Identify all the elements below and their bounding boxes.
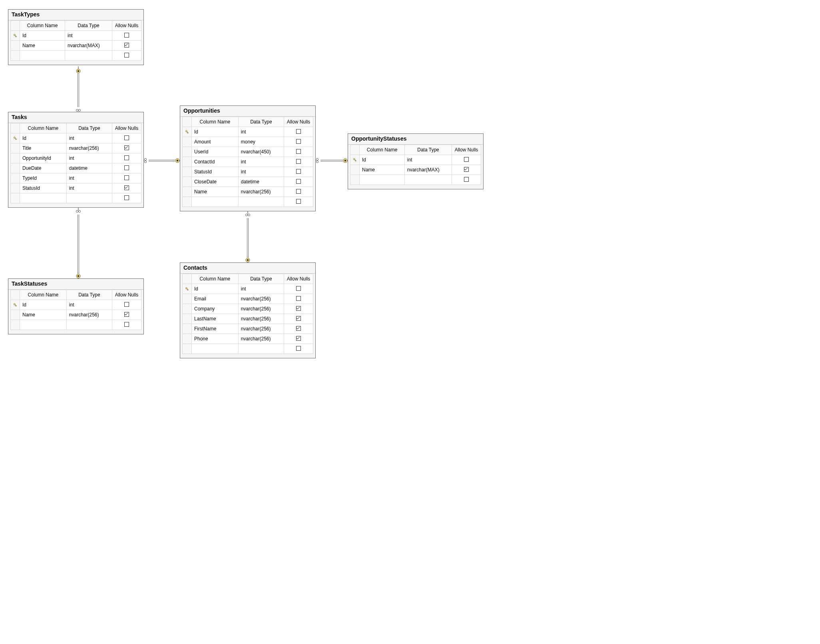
column-row[interactable]: StatusIdint [183,167,313,177]
allow-nulls-cell[interactable] [284,177,313,187]
column-row[interactable]: Idint [11,300,141,310]
allow-nulls-checkbox[interactable] [296,199,301,204]
column-row[interactable]: FirstNamenvarchar(256) [183,324,313,334]
allow-nulls-checkbox[interactable] [124,302,129,307]
allow-nulls-cell[interactable] [284,157,313,167]
allow-nulls-checkbox[interactable] [296,149,301,154]
column-row[interactable]: Namenvarchar(MAX) [350,165,481,175]
column-row[interactable]: UserIdnvarchar(450) [183,147,313,157]
allow-nulls-checkbox[interactable] [124,175,129,180]
column-row[interactable]: Amountmoney [183,137,313,147]
allow-nulls-cell[interactable] [112,300,141,310]
column-row[interactable]: Namenvarchar(MAX) [11,41,141,51]
column-row[interactable]: TypeIdint [11,173,141,183]
column-row[interactable]: StatusIdint [11,183,141,193]
column-row[interactable] [11,51,141,61]
column-row[interactable]: Phonenvarchar(256) [183,334,313,344]
column-row[interactable]: Emailnvarchar(256) [183,294,313,304]
allow-nulls-checkbox[interactable] [124,195,129,200]
column-row[interactable]: Companynvarchar(256) [183,304,313,314]
allow-nulls-checkbox[interactable] [296,316,301,321]
allow-nulls-cell[interactable] [112,153,141,163]
column-row[interactable]: DueDatedatetime [11,163,141,173]
column-row[interactable] [11,320,141,330]
column-row[interactable] [11,193,141,203]
allow-nulls-checkbox[interactable] [124,145,129,150]
table-Contacts[interactable]: ContactsColumn NameData TypeAllow NullsI… [180,262,316,358]
allow-nulls-cell[interactable] [284,187,313,197]
allow-nulls-checkbox[interactable] [124,43,129,48]
allow-nulls-checkbox[interactable] [124,312,129,317]
column-row[interactable]: LastNamenvarchar(256) [183,314,313,324]
allow-nulls-checkbox[interactable] [124,165,129,170]
allow-nulls-cell[interactable] [284,197,313,207]
column-row[interactable] [183,344,313,354]
allow-nulls-checkbox[interactable] [296,296,301,301]
allow-nulls-cell[interactable] [284,127,313,137]
allow-nulls-cell[interactable] [452,175,481,185]
allow-nulls-checkbox[interactable] [296,346,301,351]
allow-nulls-checkbox[interactable] [464,167,469,172]
column-row[interactable]: Idint [11,31,141,41]
allow-nulls-cell[interactable] [284,324,313,334]
column-row[interactable]: ContactIdint [183,157,313,167]
allow-nulls-checkbox[interactable] [296,169,301,174]
table-TaskStatuses[interactable]: TaskStatusesColumn NameData TypeAllow Nu… [8,278,144,334]
table-columns-grid: Column NameData TypeAllow NullsIdintAmou… [182,117,313,207]
allow-nulls-checkbox[interactable] [124,185,129,190]
allow-nulls-cell[interactable] [284,304,313,314]
allow-nulls-cell[interactable] [112,310,141,320]
table-TaskTypes[interactable]: TaskTypesColumn NameData TypeAllow Nulls… [8,9,144,65]
allow-nulls-checkbox[interactable] [296,336,301,341]
allow-nulls-cell[interactable] [284,344,313,354]
allow-nulls-checkbox[interactable] [124,322,129,327]
column-row[interactable]: Namenvarchar(256) [183,187,313,197]
allow-nulls-checkbox[interactable] [296,326,301,331]
allow-nulls-cell[interactable] [284,294,313,304]
allow-nulls-checkbox[interactable] [124,135,129,140]
column-row[interactable]: Idint [11,133,141,143]
allow-nulls-cell[interactable] [112,193,141,203]
allow-nulls-cell[interactable] [284,284,313,294]
allow-nulls-cell[interactable] [112,51,141,61]
allow-nulls-cell[interactable] [112,143,141,153]
allow-nulls-checkbox[interactable] [464,157,469,162]
allow-nulls-cell[interactable] [284,314,313,324]
allow-nulls-cell[interactable] [284,137,313,147]
table-OpportunityStatuses[interactable]: OpportunityStatusesColumn NameData TypeA… [348,133,484,189]
column-row[interactable]: Idint [350,155,481,165]
allow-nulls-cell[interactable] [112,320,141,330]
column-row[interactable]: CloseDatedatetime [183,177,313,187]
column-row[interactable]: Titlenvarchar(256) [11,143,141,153]
allow-nulls-cell[interactable] [284,167,313,177]
allow-nulls-cell[interactable] [112,183,141,193]
allow-nulls-checkbox[interactable] [464,177,469,182]
table-Opportunities[interactable]: OpportunitiesColumn NameData TypeAllow N… [180,105,316,211]
allow-nulls-checkbox[interactable] [296,159,301,164]
allow-nulls-checkbox[interactable] [296,139,301,144]
column-row[interactable]: Idint [183,127,313,137]
allow-nulls-cell[interactable] [452,155,481,165]
allow-nulls-checkbox[interactable] [124,53,129,58]
column-row[interactable]: Namenvarchar(256) [11,310,141,320]
allow-nulls-cell[interactable] [112,133,141,143]
allow-nulls-checkbox[interactable] [124,33,129,38]
allow-nulls-checkbox[interactable] [296,286,301,291]
allow-nulls-cell[interactable] [112,41,141,51]
allow-nulls-cell[interactable] [452,165,481,175]
allow-nulls-checkbox[interactable] [296,179,301,184]
column-row[interactable]: Idint [183,284,313,294]
allow-nulls-checkbox[interactable] [296,306,301,311]
allow-nulls-checkbox[interactable] [124,155,129,160]
allow-nulls-cell[interactable] [112,173,141,183]
column-row[interactable]: OpportunityIdint [11,153,141,163]
allow-nulls-cell[interactable] [284,147,313,157]
column-row[interactable] [350,175,481,185]
allow-nulls-checkbox[interactable] [296,189,301,194]
allow-nulls-checkbox[interactable] [296,129,301,134]
column-row[interactable] [183,197,313,207]
table-Tasks[interactable]: TasksColumn NameData TypeAllow NullsIdin… [8,112,144,208]
allow-nulls-cell[interactable] [112,163,141,173]
allow-nulls-cell[interactable] [284,334,313,344]
allow-nulls-cell[interactable] [112,31,141,41]
